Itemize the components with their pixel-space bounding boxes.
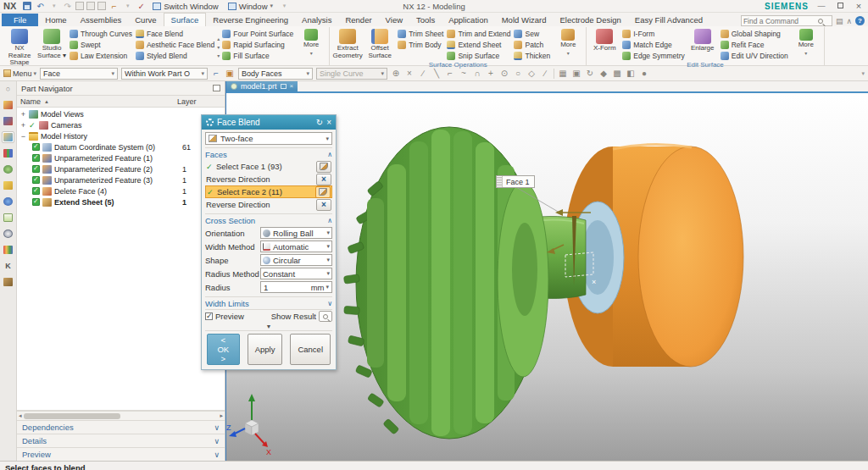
shaded-mode-icon[interactable]: ● [639, 69, 649, 78]
minimize-button[interactable]: — [815, 2, 827, 10]
tag-grip-icon[interactable] [497, 176, 503, 187]
snap-quadrant-icon[interactable]: ○ [513, 69, 523, 78]
tab-analysis[interactable]: Analysis [295, 14, 338, 26]
dialog-reset-icon[interactable]: ↻ [316, 118, 323, 127]
undo-icon[interactable]: ↶ [35, 1, 46, 11]
manage-icon[interactable]: K [2, 260, 14, 272]
tab-curve[interactable]: Curve [128, 14, 163, 26]
feature-checkbox[interactable] [32, 198, 40, 206]
scrollbar-thumb[interactable] [24, 413, 120, 419]
extend-sheet-button[interactable]: Extend Sheet [445, 40, 512, 50]
expand-toggle[interactable]: + [20, 110, 26, 119]
green-gear[interactable] [343, 127, 548, 439]
tab-tools[interactable]: Tools [409, 14, 442, 26]
help-icon[interactable]: ? [855, 16, 865, 25]
cancel-button[interactable]: Cancel [290, 334, 331, 365]
delete-icon[interactable]: ⌐ [108, 1, 120, 11]
select-face2-button[interactable] [315, 186, 331, 198]
styled-blend-button[interactable]: Styled Blend [134, 51, 216, 61]
tab-application[interactable]: Application [442, 14, 494, 26]
sew-button[interactable]: Sew [512, 29, 552, 39]
global-shaping-button[interactable]: Global Shaping [719, 29, 790, 39]
undo-dropdown-icon[interactable]: ▾ [48, 1, 59, 11]
window-view-icon[interactable]: ▦ [558, 69, 568, 78]
edit-surface-more-button[interactable]: More▾ [790, 27, 822, 61]
part-navigator-icon[interactable] [2, 131, 14, 143]
hd3d-tools-icon[interactable] [2, 163, 14, 175]
dialog-close-icon[interactable]: × [326, 118, 331, 127]
tab-view[interactable]: View [379, 14, 409, 26]
width-limits-header[interactable]: Width Limits ∨ [205, 296, 332, 309]
snip-surface-button[interactable]: Snip Surface [445, 51, 512, 61]
scroll-right-icon[interactable]: ▸ [220, 412, 223, 419]
tab-assemblies[interactable]: Assemblies [74, 14, 129, 26]
face-blend-dialog[interactable]: Face Blend ↻ × Two-face ▾ Faces ∧ ✓ Sele… [201, 114, 337, 370]
select-face2-row[interactable]: ✓ Select Face 2 (11) [205, 185, 332, 198]
rapid-surfacing-button[interactable]: Rapid Surfacing [220, 40, 295, 50]
face-blend-button[interactable]: Face Blend [134, 29, 216, 39]
orientation-dropdown[interactable]: Rolling Ball▾ [260, 227, 332, 239]
preview-checkbox[interactable] [205, 312, 213, 320]
notes-icon[interactable] [2, 212, 14, 224]
process-studio-icon[interactable] [2, 244, 14, 256]
toolbar-overflow-icon[interactable]: ▾ [861, 70, 865, 77]
reverse-direction2-button[interactable]: × [316, 199, 331, 211]
interior-edges-icon[interactable]: ▣ [225, 69, 235, 78]
snap-control-point-icon[interactable]: ╲ [431, 69, 442, 78]
reuse-library-icon[interactable] [2, 147, 14, 159]
ribbon-options-icon[interactable]: ▤ [836, 17, 843, 25]
aesthetic-face-blend-button[interactable]: Aesthetic Face Blend [134, 40, 216, 50]
fill-surface-button[interactable]: Fill Surface [220, 51, 295, 61]
trim-sheet-button[interactable]: Trim Sheet [396, 29, 445, 39]
radius-method-dropdown[interactable]: Constant▾ [260, 268, 332, 279]
tree-row-datum-csys[interactable]: Datum Coordinate System (0) 61 [17, 141, 225, 152]
scroll-left-icon[interactable]: ◂ [19, 412, 22, 419]
snap-spline-pole-icon[interactable]: ~ [459, 69, 469, 78]
snap-mid-point-icon[interactable]: ∕ [418, 69, 428, 78]
tab-surface[interactable]: Surface [164, 13, 207, 26]
highlight-related-icon[interactable]: ⌐ [211, 69, 221, 78]
resource-filter-icon[interactable]: ○ [2, 83, 14, 95]
feature-checkbox[interactable] [32, 187, 40, 195]
thicken-button[interactable]: Thicken [512, 51, 552, 61]
tree-row-delete-face[interactable]: Delete Face (4) 1 [17, 185, 225, 196]
panel-undock-icon[interactable] [213, 85, 220, 91]
selection-scope-dropdown[interactable]: Within Work Part O▾ [121, 68, 208, 80]
select-face1-row[interactable]: ✓ Select Face 1 (93) [205, 160, 332, 173]
x-form-button[interactable]: X-Form [588, 27, 620, 61]
type-filter-dropdown[interactable]: Face▾ [40, 68, 118, 80]
constraint-navigator-icon[interactable] [2, 115, 14, 127]
dialog-titlebar[interactable]: Face Blend ↻ × [202, 115, 336, 130]
law-extension-button[interactable]: Law Extension [68, 51, 134, 61]
tab-pin-icon[interactable] [281, 84, 287, 89]
refresh-view-icon[interactable]: ↻ [585, 69, 595, 78]
window-menu-button[interactable]: Window ▾ [225, 2, 276, 11]
restore-button[interactable] [834, 2, 846, 10]
feature-checkbox[interactable] [32, 143, 40, 151]
preview-section[interactable]: Preview ∨ [17, 447, 225, 461]
select-face1-button[interactable] [316, 161, 331, 173]
feature-checkbox[interactable] [32, 165, 40, 173]
snap-tangent-icon[interactable]: ∩ [472, 69, 482, 78]
radius-unit-dropdown[interactable]: mm [311, 283, 325, 292]
tab-home[interactable]: Home [38, 14, 73, 26]
tree-row-cameras[interactable]: + ✓ Cameras [17, 119, 225, 130]
reverse-direction1-row[interactable]: Reverse Direction × [205, 173, 332, 185]
snap-point-enable-icon[interactable]: ⊕ [391, 69, 401, 78]
curve-rule-group-dropdown[interactable]: Body Faces▾ [238, 68, 313, 80]
dialog-collapse-icon[interactable]: ▼ [205, 323, 332, 330]
tab-electrode-design[interactable]: Electrode Design [554, 14, 628, 26]
trim-body-button[interactable]: Trim Body [396, 40, 445, 50]
tab-render[interactable]: Render [338, 14, 378, 26]
snap-intersection-icon[interactable]: ⌐ [445, 69, 455, 78]
tab-reverse-engineering[interactable]: Reverse Engineering [206, 14, 295, 26]
minimize-ribbon-icon[interactable]: ∧ [846, 17, 852, 25]
history-icon[interactable] [2, 228, 14, 240]
patch-button[interactable]: Patch [512, 40, 552, 50]
snap-point-on-curve-icon[interactable]: + [486, 69, 496, 78]
tab-close-icon[interactable]: × [290, 82, 294, 90]
collapse-toggle[interactable]: − [20, 132, 26, 141]
edit-section-icon[interactable]: ◧ [626, 69, 636, 78]
cross-section-header[interactable]: Cross Section ∧ [205, 213, 332, 226]
extract-geometry-button[interactable]: Extract Geometry [331, 27, 364, 61]
